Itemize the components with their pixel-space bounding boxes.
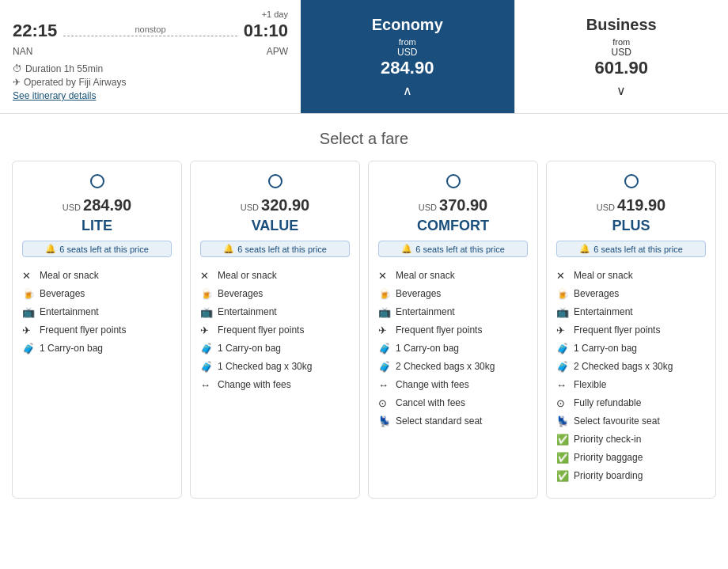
- fare-name-comfort: COMFORT: [378, 218, 528, 234]
- economy-chevron: ∧: [403, 83, 412, 98]
- feature-text-plus-3: Frequent flyer points: [574, 324, 660, 336]
- flight-header: +1 day 22:15 nonstop 01:10 NAN APW ⏱ Dur…: [0, 0, 728, 114]
- list-item: 🧳1 Carry-on bag: [378, 340, 528, 358]
- feature-text-plus-5: 2 Checked bags x 30kg: [574, 361, 673, 372]
- feature-icon-value-3: ✈: [200, 324, 213, 336]
- feature-text-comfort-3: Frequent flyer points: [396, 324, 482, 336]
- feature-icon-plus-4: 🧳: [556, 343, 569, 355]
- flight-dashes: [63, 36, 237, 36]
- feature-icon-lite-0: ✕: [22, 270, 35, 282]
- feature-text-plus-10: Priority baggage: [574, 452, 643, 463]
- plane-icon: ✈: [13, 77, 21, 88]
- radio-circle-plus: [624, 174, 639, 188]
- economy-tab[interactable]: Economy from USD 284.90 ∧: [301, 0, 514, 113]
- list-item: ✕Meal or snack: [556, 267, 706, 285]
- business-chevron: ∨: [616, 83, 626, 98]
- fare-radio-comfort[interactable]: [378, 174, 528, 188]
- fare-price-row-lite: USD 284.90: [22, 196, 172, 214]
- feature-text-value-2: Entertainment: [218, 306, 277, 317]
- seat-icon-lite: 🔔: [45, 244, 56, 254]
- list-item: 📺Entertainment: [22, 303, 172, 321]
- feature-icon-value-0: ✕: [200, 270, 213, 282]
- flight-line: nonstop: [63, 25, 237, 38]
- feature-icon-plus-2: 📺: [556, 306, 569, 318]
- seat-icon-value: 🔔: [223, 244, 234, 254]
- list-item: ↔Change with fees: [378, 376, 528, 394]
- feature-text-comfort-5: 2 Checked bags x 30kg: [396, 361, 495, 372]
- feature-icon-comfort-2: 📺: [378, 306, 391, 318]
- list-item: 🍺Beverages: [556, 285, 706, 303]
- feature-icon-lite-1: 🍺: [22, 288, 35, 300]
- feature-text-lite-4: 1 Carry-on bag: [40, 343, 103, 354]
- fare-card-lite[interactable]: USD 284.90LITE🔔6 seats left at this pric…: [12, 161, 182, 499]
- nonstop-label: nonstop: [135, 25, 165, 34]
- radio-circle-value: [268, 174, 282, 188]
- feature-text-plus-7: Fully refundable: [574, 397, 641, 408]
- clock-icon: ⏱: [13, 63, 22, 74]
- feature-text-lite-1: Beverages: [40, 288, 85, 299]
- fare-radio-plus[interactable]: [556, 174, 706, 188]
- fare-name-plus: PLUS: [556, 218, 706, 234]
- fare-card-comfort[interactable]: USD 370.90COMFORT🔔6 seats left at this p…: [368, 161, 538, 499]
- fare-price-row-comfort: USD 370.90: [378, 196, 528, 214]
- business-tab-label: Business: [586, 16, 657, 34]
- feature-text-plus-6: Flexible: [574, 379, 606, 390]
- fare-features-value: ✕Meal or snack🍺Beverages📺Entertainment✈F…: [200, 267, 350, 394]
- feature-text-comfort-1: Beverages: [396, 288, 441, 299]
- fare-currency-plus: USD: [597, 203, 617, 212]
- economy-from-label: from: [399, 37, 416, 47]
- origin-airport: NAN: [13, 46, 32, 57]
- feature-text-comfort-0: Meal or snack: [396, 270, 455, 281]
- list-item: 🧳1 Carry-on bag: [22, 340, 172, 358]
- feature-icon-value-5: 🧳: [200, 361, 213, 373]
- feature-icon-plus-9: ✅: [556, 434, 569, 446]
- list-item: 📺Entertainment: [200, 303, 350, 321]
- list-item: 📺Entertainment: [378, 303, 528, 321]
- feature-text-value-3: Frequent flyer points: [218, 324, 304, 336]
- fare-amount-plus: 419.90: [617, 196, 665, 214]
- list-item: ✈Frequent flyer points: [378, 321, 528, 340]
- feature-icon-comfort-4: 🧳: [378, 343, 391, 355]
- seats-text-plus: 6 seats left at this price: [593, 245, 683, 254]
- feature-text-comfort-2: Entertainment: [396, 306, 455, 317]
- feature-icon-comfort-3: ✈: [378, 324, 391, 336]
- fare-cards-container: USD 284.90LITE🔔6 seats left at this pric…: [0, 161, 728, 514]
- feature-icon-value-6: ↔: [200, 379, 213, 391]
- fare-radio-value[interactable]: [200, 174, 350, 188]
- see-details-link[interactable]: See itinerary details: [13, 90, 96, 101]
- economy-tab-label: Economy: [372, 16, 443, 34]
- feature-icon-comfort-6: ↔: [378, 379, 391, 391]
- list-item: 🧳1 Carry-on bag: [200, 340, 350, 358]
- fare-radio-lite[interactable]: [22, 174, 172, 188]
- fare-currency-comfort: USD: [419, 203, 439, 212]
- list-item: ✕Meal or snack: [22, 267, 172, 285]
- list-item: 🧳2 Checked bags x 30kg: [378, 358, 528, 376]
- fare-card-plus[interactable]: USD 419.90PLUS🔔6 seats left at this pric…: [546, 161, 716, 499]
- seats-badge-plus: 🔔6 seats left at this price: [556, 241, 706, 257]
- fare-price-row-plus: USD 419.90: [556, 196, 706, 214]
- airports-row: NAN APW: [13, 46, 288, 57]
- feature-icon-lite-2: 📺: [22, 306, 35, 318]
- seats-badge-value: 🔔6 seats left at this price: [200, 241, 350, 257]
- fare-features-lite: ✕Meal or snack🍺Beverages📺Entertainment✈F…: [22, 267, 172, 358]
- feature-icon-plus-5: 🧳: [556, 361, 569, 373]
- flight-details: ⏱ Duration 1h 55min ✈ Operated by Fiji A…: [13, 63, 288, 101]
- business-tab[interactable]: Business from USD 601.90 ∨: [514, 0, 729, 113]
- business-currency: USD: [612, 47, 631, 58]
- see-details-row[interactable]: See itinerary details: [13, 90, 288, 101]
- arrive-time: 01:10: [244, 21, 288, 41]
- feature-text-lite-0: Meal or snack: [40, 270, 99, 281]
- feature-icon-comfort-1: 🍺: [378, 288, 391, 300]
- fare-card-value[interactable]: USD 320.90VALUE🔔6 seats left at this pri…: [190, 161, 360, 499]
- feature-text-comfort-4: 1 Carry-on bag: [396, 343, 459, 354]
- list-item: ✕Meal or snack: [378, 267, 528, 285]
- seats-badge-lite: 🔔6 seats left at this price: [22, 241, 172, 257]
- feature-text-value-1: Beverages: [218, 288, 263, 299]
- list-item: 💺Select standard seat: [378, 412, 528, 431]
- feature-text-value-6: Change with fees: [218, 379, 291, 390]
- feature-text-lite-2: Entertainment: [40, 306, 99, 317]
- feature-icon-comfort-0: ✕: [378, 270, 391, 282]
- feature-icon-plus-10: ✅: [556, 452, 569, 464]
- select-fare-title: Select a fare: [0, 114, 728, 161]
- list-item: ⊙Fully refundable: [556, 394, 706, 412]
